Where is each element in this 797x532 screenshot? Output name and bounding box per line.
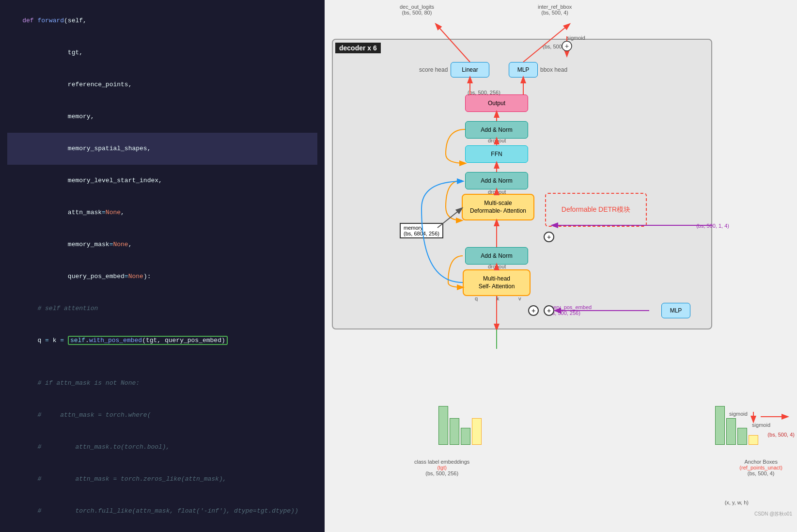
code-line: q = k = self.with_pos_embed(tgt, query_p… [7,325,317,357]
code-line: tgt, [7,37,317,69]
code-line [7,527,317,532]
plus-circle-1: + [544,232,554,242]
code-line: memory_spatial_shapes, [7,133,317,165]
code-line: # attn_mask = torch.where( [7,399,317,431]
bs500-1-4-label: (bs, 500, 1, 4) [696,223,729,229]
code-line: memory_mask=None, [7,229,317,261]
node-mlp2: MLP [661,303,690,318]
xywh-label: (x, y, w, h) [725,500,749,505]
code-line: # torch.full_like(attn_mask, float('-inf… [7,495,317,527]
node-linear: Linear [451,62,489,78]
bs500-4-top-label: (bs, 500, 4) [543,44,570,49]
inter-ref-bbox-label: inter_ref_bbox(bs, 500, 4) [538,4,572,16]
code-line: reference_points, [7,69,317,101]
csdn-watermark: CSDN @苏秋o01 [754,511,792,517]
code-line: # if attn_mask is not None: [7,367,317,399]
node-output: Output [465,94,528,112]
dropout1-label: dropout [488,138,506,143]
code-line: memory_level_start_index, [7,165,317,197]
node-ffn: FFN [465,145,528,163]
code-line: attn_mask=None, [7,197,317,229]
code-line: # attn_mask.to(torch.bool), [7,431,317,463]
dec-out-logits-label: dec_out_logits(bs, 500, 80) [400,4,434,16]
memory-box: memory(bs, 6804, 256) [400,223,443,238]
sigmoid-top-label: sigmoid [567,35,585,41]
bs500-256-label: (bs, 500, 256) [468,90,500,95]
sigmoid-bottom: sigmoid [752,422,770,428]
green-bars [438,406,482,445]
node-multihead: Multi-head Self- Attention [463,269,531,296]
code-line: # self attention [7,293,317,325]
code-line: def forward(self, [7,5,317,37]
node-mlp: MLP [509,62,538,78]
bs500-4-bottom: (bs, 500, 4) [767,432,795,438]
code-panel: def forward(self, tgt, reference_points,… [0,0,325,532]
diagram-panel: decoder x 6 Output Add & Norm dropout FF… [325,0,797,532]
node-addnorm1: Add & Norm [465,121,528,139]
code-line: query_pos_embed=None): [7,261,317,293]
plus-circle-2: + [528,305,539,316]
node-addnorm3: Add & Norm [465,247,528,265]
code-line: memory, [7,101,317,133]
bbox-head-label: bbox head [540,66,567,73]
dropout3-label: dropout [488,264,506,269]
plus-circle-3: + [544,305,554,316]
code-line: # attn_mask = torch.zeros_like(attn_mask… [7,463,317,495]
decoder-label: decoder x 6 [335,43,381,53]
node-deformable: Multi-scale Deformable- Attention [462,194,534,220]
score-head-label: score head [419,66,448,73]
anchor-boxes-label: Anchor Boxes(ref_points_unact)(bs, 500, … [739,459,782,476]
deformable-detr-label: Deformable DETR模块 [545,193,647,227]
class-label-embeddings: class label embeddings(tgt)(bs, 500, 256… [414,459,469,476]
node-addnorm2: Add & Norm [465,172,528,189]
code-line [7,357,317,367]
